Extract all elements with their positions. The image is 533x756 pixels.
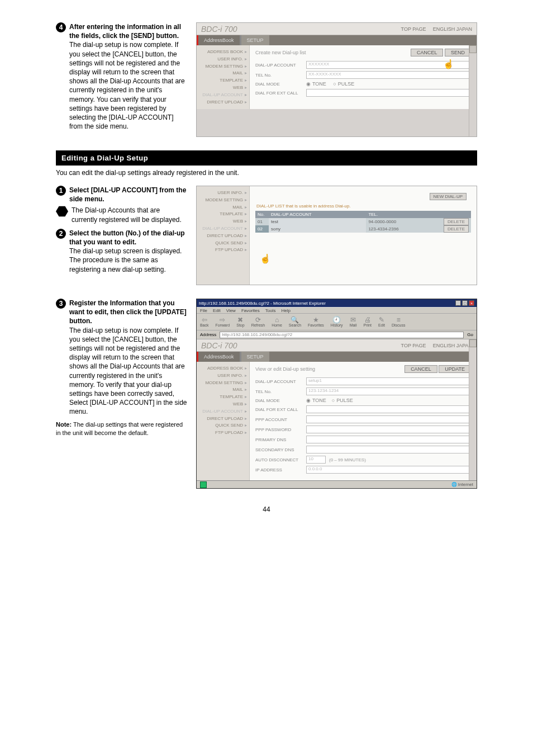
step-4-body: The dial-up setup is now complete. If yo… — [69, 41, 185, 130]
address-input[interactable]: http://192.168.101.249/008du.cgi?2 — [220, 332, 464, 338]
new-dialup-button[interactable]: NEW DIAL-UP — [430, 193, 467, 200]
sidebar-item-mail[interactable]: MAIL▸ — [199, 204, 247, 211]
edit-icon[interactable]: ✎Edit — [378, 316, 385, 327]
search-icon[interactable]: 🔍Search — [289, 316, 301, 327]
sidebar-item-ftpupload[interactable]: FTP UPLOAD▸ — [199, 247, 247, 254]
scroll-up-icon[interactable] — [469, 45, 477, 53]
radio-tone[interactable]: ◉ TONE — [306, 81, 326, 87]
sidebar-item-quicksend[interactable]: QUICK SEND▸ — [199, 422, 247, 429]
sidebar-item-modem[interactable]: MODEM SETTING▸ — [199, 63, 247, 70]
mail-icon[interactable]: ✉Mail — [350, 316, 357, 327]
tel-input[interactable]: 123-1234-1234 — [306, 388, 471, 395]
sidebar-item-web[interactable]: WEB▸ — [199, 84, 247, 92]
sidebar-item-directupload[interactable]: DIRECT UPLOAD▸ — [199, 233, 247, 240]
scrollbar[interactable] — [469, 45, 477, 136]
screenshot-dialup-list: USER INFO.▸ MODEM SETTING▸ MAIL▸ TEMPLAT… — [196, 186, 477, 285]
sidebar-item-addressbook[interactable]: ADDRESS BOOK▸ — [199, 49, 247, 56]
panel-heading: View or edit Dial-up setting — [255, 366, 315, 372]
sidebar-item-userinfo[interactable]: USER INFO.▸ — [199, 56, 247, 63]
print-icon[interactable]: 🖨Print — [363, 316, 371, 327]
sidebar-item-directupload[interactable]: DIRECT UPLOAD▸ — [199, 415, 247, 423]
stop-icon[interactable]: ✖Stop — [236, 316, 244, 327]
screenshot-create-dialup: BDC-i 700 TOP PAGE ENGLISH JAPAN Address… — [196, 22, 477, 137]
update-button[interactable]: UPDATE — [439, 365, 471, 373]
ext-input[interactable] — [306, 405, 471, 413]
discuss-icon[interactable]: ≡Discuss — [392, 316, 406, 327]
topnav-lang[interactable]: ENGLISH JAPAN — [433, 26, 472, 32]
row-no-button[interactable]: 01 — [255, 218, 269, 225]
sidebar-item-directupload[interactable]: DIRECT UPLOAD▸ — [199, 99, 247, 106]
send-button[interactable]: SEND — [445, 49, 471, 56]
tab-setup[interactable]: SETUP — [240, 352, 269, 362]
topnav-lang[interactable]: ENGLISH JAPAN — [433, 343, 472, 348]
scrollbar[interactable] — [469, 339, 477, 480]
refresh-icon[interactable]: ⟳Refresh — [251, 316, 265, 327]
sidebar-item-dialup[interactable]: DIAL-UP ACCOUNT▸ — [199, 408, 247, 415]
topnav-top[interactable]: TOP PAGE — [401, 343, 426, 348]
account-input[interactable]: setup1 — [306, 377, 471, 385]
sidebar-item-template[interactable]: TEMPLATE▸ — [199, 77, 247, 84]
forward-icon[interactable]: ⇨Forward — [216, 316, 230, 327]
tab-addressbook[interactable]: AddressBook — [197, 35, 240, 45]
pointer-cursor-icon: ☝ — [260, 253, 269, 263]
topnav-top[interactable]: TOP PAGE — [401, 26, 426, 32]
sidebar-item-dialup[interactable]: DIAL-UP ACCOUNT▸ — [199, 92, 247, 99]
note-label: Note: — [56, 421, 72, 428]
history-icon[interactable]: 🕘History — [331, 316, 343, 327]
ip-input[interactable]: 0.0.0.0 — [306, 466, 471, 474]
pointer-cursor-icon: ☝ — [443, 59, 452, 69]
sidebar-item-web[interactable]: WEB▸ — [199, 401, 247, 408]
step-3-lead: Register the Information that you want t… — [69, 299, 187, 325]
toolbar: ⇦Back ⇨Forward ✖Stop ⟳Refresh ⌂Home 🔍Sea… — [197, 314, 477, 330]
sidebar-item-userinfo[interactable]: USER INFO.▸ — [199, 372, 247, 380]
radio-pulse[interactable]: ○ PULSE — [332, 398, 353, 403]
row-no-button[interactable]: 02 — [255, 225, 269, 233]
field-label-dialmode: DIAL MODE — [255, 82, 303, 87]
scroll-up-icon[interactable] — [469, 339, 477, 347]
auto-disconnect-input[interactable]: 10 — [306, 456, 326, 464]
sidebar-item-mail[interactable]: MAIL▸ — [199, 386, 247, 394]
sidebar-item-modem[interactable]: MODEM SETTING▸ — [199, 380, 247, 387]
sidebar-item-addressbook[interactable]: ADDRESS BOOK▸ — [199, 365, 247, 372]
favorites-icon[interactable]: ★Favorites — [308, 316, 324, 327]
cancel-button[interactable]: CANCEL — [411, 49, 444, 56]
ppp-password-input[interactable] — [306, 426, 471, 433]
tab-setup[interactable]: SETUP — [240, 35, 269, 45]
sidebar: USER INFO.▸ MODEM SETTING▸ MAIL▸ TEMPLAT… — [197, 186, 250, 285]
delete-button[interactable]: DELETE — [444, 218, 469, 225]
status-zone: Internet — [458, 482, 473, 487]
close-icon[interactable]: × — [469, 300, 474, 306]
menu-bar[interactable]: FileEditView FavoritesToolsHelp — [197, 307, 477, 314]
radio-pulse[interactable]: ○ PULSE — [333, 81, 354, 87]
radio-tone[interactable]: ◉ TONE — [306, 398, 326, 403]
go-button[interactable]: Go — [467, 332, 473, 337]
sidebar-item-web[interactable]: WEB▸ — [199, 218, 247, 225]
sidebar-item-template[interactable]: TEMPLATE▸ — [199, 394, 247, 401]
field-label-ip: IP ADDRESS — [255, 467, 303, 472]
tab-addressbook[interactable]: AddressBook — [197, 352, 240, 362]
app-brand: BDC-i 700 — [201, 341, 237, 350]
sidebar-item-mail[interactable]: MAIL▸ — [199, 70, 247, 77]
ext-input[interactable] — [306, 89, 471, 97]
delete-button[interactable]: DELETE — [444, 225, 469, 233]
ppp-input[interactable] — [306, 415, 471, 423]
app-brand: BDC-i 700 — [201, 25, 237, 34]
maximize-icon[interactable]: □ — [462, 300, 468, 306]
dns1-input[interactable] — [306, 436, 471, 443]
section-subtitle: You can edit the dial-up settings alread… — [56, 169, 477, 177]
sidebar-item-dialup[interactable]: DIAL-UP ACCOUNT▸ — [199, 225, 247, 233]
back-icon[interactable]: ⇦Back — [200, 316, 209, 327]
field-label-account: DIAL-UP ACCOUNT — [255, 379, 303, 384]
cancel-button[interactable]: CANCEL — [404, 365, 437, 373]
sidebar-item-quicksend[interactable]: QUICK SEND▸ — [199, 240, 247, 247]
sidebar-item-template[interactable]: TEMPLATE▸ — [199, 211, 247, 218]
sidebar-item-ftpupload[interactable]: FTP UPLOAD▸ — [199, 429, 247, 437]
minimize-icon[interactable]: _ — [455, 300, 461, 306]
auto-disconnect-unit: (0 – 99 MINUTES) — [329, 457, 366, 462]
step-1-sub: The Dial-up Accounts that are currently … — [72, 206, 187, 224]
dns2-input[interactable] — [306, 446, 471, 453]
sidebar-item-modem[interactable]: MODEM SETTING▸ — [199, 197, 247, 204]
sidebar-item-userinfo[interactable]: USER INFO.▸ — [199, 190, 247, 197]
home-icon[interactable]: ⌂Home — [272, 316, 282, 327]
tel-input[interactable]: XX-XXXX-XXXX — [306, 71, 471, 79]
